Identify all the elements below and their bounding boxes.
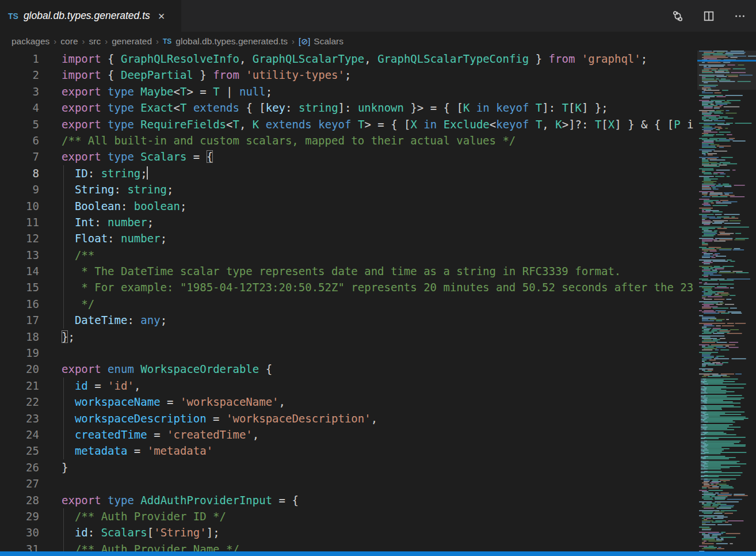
minimap-canvas	[697, 51, 756, 551]
code-text: export type RequireFields<T, K extends k…	[62, 116, 694, 132]
line-number: 25	[0, 443, 39, 459]
code-text: metadata = 'metadata'	[62, 443, 213, 459]
code-line[interactable]: 28export type AddAuthProviderInput = {	[0, 492, 694, 508]
code-line[interactable]: 7export type Scalars = {	[0, 148, 694, 165]
code-line[interactable]: 2import { DeepPartial } from 'utility-ty…	[0, 67, 694, 83]
editor-actions	[671, 0, 756, 32]
breadcrumb-item-generated[interactable]: generated	[112, 36, 152, 47]
code-text: export enum WorkspaceOrderable {	[62, 361, 272, 377]
code-line[interactable]: 6/** All built-in and custom scalars, ma…	[0, 132, 694, 148]
code-line[interactable]: 19	[0, 345, 694, 361]
code-text: */	[62, 296, 94, 312]
split-editor-icon	[702, 10, 715, 22]
breadcrumb-separator: ›	[156, 36, 159, 46]
code-line[interactable]: 18};	[0, 329, 694, 345]
code-text: export type Exact<T extends { [key: stri…	[62, 100, 608, 116]
code-text: id = 'id',	[62, 378, 140, 394]
line-number: 22	[0, 394, 39, 410]
code-line[interactable]: 11 Int: number;	[0, 214, 694, 230]
line-number: 13	[0, 247, 39, 263]
code-line[interactable]: 1import { GraphQLResolveInfo, GraphQLSca…	[0, 51, 694, 67]
code-line[interactable]: 10 Boolean: boolean;	[0, 198, 694, 214]
code-text: ID: string;	[62, 165, 148, 181]
code-text: DateTime: any;	[62, 312, 167, 328]
code-line[interactable]: 8 ID: string;	[0, 165, 694, 181]
code-line[interactable]: 29 /** Auth Provider ID */	[0, 508, 694, 524]
code-line[interactable]: 16 */	[0, 296, 694, 312]
code-text: Int: number;	[62, 214, 154, 230]
typescript-file-icon: TS	[163, 37, 171, 45]
line-number: 9	[0, 181, 39, 197]
line-number: 3	[0, 83, 39, 100]
code-editor[interactable]: 1import { GraphQLResolveInfo, GraphQLSca…	[0, 51, 694, 551]
line-number: 29	[0, 508, 39, 524]
tab-global-db-types-generated[interactable]: TS global.db.types.generated.ts ×	[0, 0, 181, 32]
line-number: 6	[0, 132, 39, 148]
breadcrumb-item-symbol[interactable]: Scalars	[314, 36, 343, 47]
code-text: createdTime = 'createdTime',	[62, 426, 259, 443]
status-bar[interactable]	[0, 551, 756, 556]
line-number: 19	[0, 345, 39, 361]
code-line[interactable]: 22 workspaceName = 'workspaceName',	[0, 394, 694, 410]
code-line[interactable]: 14 * The DateTime scalar type represents…	[0, 263, 694, 279]
code-line[interactable]: 15 * For example: "1985-04-12T23:20:50.5…	[0, 279, 694, 295]
split-editor-button[interactable]	[702, 9, 716, 23]
line-number: 7	[0, 148, 39, 165]
typescript-file-icon: TS	[8, 12, 18, 21]
code-line[interactable]: 17 DateTime: any;	[0, 312, 694, 328]
code-text: import { GraphQLResolveInfo, GraphQLScal…	[62, 51, 647, 67]
tab-title: global.db.types.generated.ts	[24, 10, 150, 22]
code-line[interactable]: 4export type Exact<T extends { [key: str…	[0, 100, 694, 116]
breadcrumb-item-file[interactable]: global.db.types.generated.ts	[175, 36, 288, 47]
code-line[interactable]: 27	[0, 475, 694, 492]
code-line[interactable]: 12 Float: number;	[0, 230, 694, 246]
code-line[interactable]: 13 /**	[0, 247, 694, 263]
code-text: String: string;	[62, 181, 174, 197]
line-number: 5	[0, 116, 39, 132]
breadcrumb-item-packages[interactable]: packages	[12, 36, 49, 47]
code-line[interactable]: 25 metadata = 'metadata'	[0, 443, 694, 459]
line-number: 4	[0, 100, 39, 116]
line-number: 15	[0, 279, 39, 295]
line-number: 26	[0, 459, 39, 475]
code-line[interactable]: 5export type RequireFields<T, K extends …	[0, 116, 694, 132]
more-actions-icon	[734, 10, 746, 22]
code-line[interactable]: 3export type Maybe<T> = T | null;	[0, 83, 694, 100]
code-line[interactable]: 20export enum WorkspaceOrderable {	[0, 361, 694, 377]
close-icon[interactable]: ×	[158, 10, 165, 22]
code-line[interactable]: 23 workspaceDescription = 'workspaceDesc…	[0, 410, 694, 426]
code-text: }	[62, 459, 68, 475]
line-number: 27	[0, 475, 39, 492]
code-text: * For example: "1985-04-12T23:20:50.52Z"…	[62, 279, 693, 295]
line-number: 30	[0, 524, 39, 540]
code-text: export type Scalars = {	[62, 148, 213, 165]
line-number: 17	[0, 312, 39, 328]
code-text: workspaceName = 'workspaceName',	[62, 394, 285, 410]
line-number: 21	[0, 378, 39, 394]
code-line[interactable]: 31 /** Auth Provider Name */	[0, 541, 694, 551]
code-text: /** Auth Provider ID */	[62, 508, 226, 524]
code-line[interactable]: 21 id = 'id',	[0, 378, 694, 394]
code-line[interactable]: 26}	[0, 459, 694, 475]
code-line[interactable]: 30 id: Scalars['String'];	[0, 524, 694, 540]
breadcrumb-item-src[interactable]: src	[89, 36, 101, 47]
minimap[interactable]	[697, 51, 756, 551]
text-cursor	[147, 166, 148, 180]
code-text: id: Scalars['String'];	[62, 524, 220, 540]
code-text: * The DateTime scalar type represents da…	[62, 263, 621, 279]
code-text: import { DeepPartial } from 'utility-typ…	[62, 67, 351, 83]
code-line[interactable]: 9 String: string;	[0, 181, 694, 197]
code-text: /** All built-in and custom scalars, map…	[62, 132, 516, 148]
more-actions-button[interactable]	[733, 9, 747, 23]
line-number: 18	[0, 329, 39, 345]
breadcrumb-item-core[interactable]: core	[60, 36, 78, 47]
breadcrumb-separator: ›	[292, 36, 295, 46]
line-number: 1	[0, 51, 39, 67]
open-changes-button[interactable]	[671, 9, 685, 23]
line-number: 11	[0, 214, 39, 230]
line-number: 28	[0, 492, 39, 508]
breadcrumb-separator: ›	[54, 36, 56, 46]
code-line[interactable]: 24 createdTime = 'createdTime',	[0, 426, 694, 443]
code-text: Boolean: boolean;	[62, 198, 186, 214]
line-number: 10	[0, 198, 39, 214]
